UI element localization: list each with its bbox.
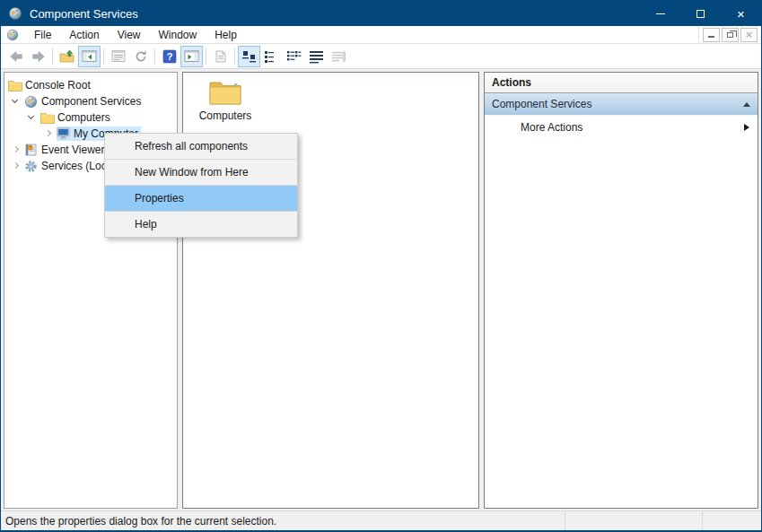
large-icons-icon [241, 49, 257, 64]
chevron-down-icon[interactable] [8, 93, 24, 109]
submenu-arrow-icon [744, 124, 749, 131]
small-icons-icon [264, 49, 279, 64]
list-icon [286, 49, 302, 64]
more-actions-item[interactable]: More Actions [485, 116, 758, 139]
restore-icon [727, 32, 733, 38]
forward-button[interactable] [27, 46, 49, 67]
status-bar-section [565, 511, 702, 530]
mdi-minimize-button[interactable] [703, 28, 720, 42]
up-one-level-button[interactable] [56, 46, 78, 67]
help-icon: ? [162, 49, 177, 64]
actions-pane-title: Actions [485, 73, 758, 93]
actions-pane: Actions Component Services More Actions [484, 72, 758, 509]
tree-item-console-root[interactable]: Console Root [4, 77, 177, 93]
gear-icon [24, 160, 40, 173]
close-icon: × [737, 7, 745, 21]
minimize-icon [656, 13, 665, 14]
list-item-label: Computers [199, 109, 252, 122]
status-bar-section [702, 511, 761, 530]
tree-item-label: Console Root [24, 78, 93, 92]
computer-icon [57, 127, 73, 140]
list-item-computers[interactable]: Computers [194, 80, 257, 122]
mdi-restore-button[interactable] [722, 28, 739, 42]
toolbar-separator [154, 48, 155, 65]
view-customize-button[interactable] [328, 46, 350, 67]
folder-icon [209, 80, 241, 106]
tree-item-label: Component Services [40, 94, 144, 109]
toolbar-separator [52, 48, 53, 65]
status-text: Opens the properties dialog box for the … [1, 515, 565, 528]
tree-item-label: Computers [57, 110, 113, 125]
actions-group-label: Component Services [492, 98, 591, 110]
menu-bar: File Action View Window Help × [1, 26, 761, 44]
tree-item-computers[interactable]: Computers [4, 109, 177, 126]
console-tree-icon [82, 49, 97, 63]
customize-icon [331, 49, 346, 64]
action-pane-icon [184, 49, 199, 63]
back-icon [8, 49, 24, 64]
help-button[interactable]: ? [158, 46, 180, 67]
up-folder-icon [59, 49, 74, 64]
maximize-icon [696, 10, 705, 18]
back-button[interactable] [4, 46, 27, 67]
chevron-right-icon[interactable] [8, 142, 24, 158]
show-console-tree-button[interactable] [78, 46, 101, 67]
refresh-button[interactable] [129, 46, 152, 67]
svg-text:?: ? [166, 51, 172, 62]
menu-file[interactable]: File [25, 26, 60, 44]
window-title: Component Services [30, 7, 138, 21]
export-list-button[interactable] [209, 46, 232, 67]
properties-button[interactable] [107, 46, 129, 67]
event-log-icon: ! [24, 144, 40, 156]
mdi-window-controls: × [698, 26, 761, 44]
context-menu-item-refresh-all-components[interactable]: Refresh all components [105, 134, 297, 159]
minimize-icon [708, 36, 714, 38]
context-menu-item-new-window-from-here[interactable]: New Window from Here [105, 160, 297, 185]
menu-help[interactable]: Help [206, 26, 246, 44]
view-list-button[interactable] [283, 46, 305, 67]
folder-icon [8, 80, 24, 92]
minimize-button[interactable] [640, 1, 680, 26]
tree-item-label: Services (Loc [40, 159, 109, 173]
context-menu-item-help[interactable]: Help [105, 212, 297, 237]
show-action-pane-button[interactable] [180, 46, 203, 67]
toolbar-separator [234, 48, 235, 65]
context-menu-item-properties[interactable]: Properties [105, 186, 297, 211]
close-button[interactable]: × [721, 1, 761, 26]
mdi-close-button[interactable]: × [740, 28, 758, 42]
close-icon: × [746, 29, 753, 40]
view-small-icons-button[interactable] [260, 46, 283, 67]
com-sphere-icon [6, 29, 19, 41]
actions-group-component-services[interactable]: Component Services [485, 93, 758, 116]
title-bar[interactable]: Component Services × [1, 1, 761, 26]
context-menu: Refresh all components New Window from H… [104, 133, 298, 238]
tree-item-component-services[interactable]: Component Services [4, 93, 177, 109]
chevron-right-icon[interactable] [40, 126, 57, 142]
tree-item-label: Event Viewer [40, 143, 107, 157]
more-actions-label: More Actions [521, 121, 582, 134]
chevron-down-icon[interactable] [24, 109, 40, 126]
properties-icon [111, 49, 126, 63]
com-sphere-icon [24, 95, 40, 109]
component-services-window: Component Services × File Action View Wi… [0, 0, 762, 532]
menu-action[interactable]: Action [60, 26, 108, 44]
menu-window[interactable]: Window [150, 26, 206, 44]
status-bar: Opens the properties dialog box for the … [1, 510, 761, 530]
toolbar: ? [1, 44, 761, 69]
export-list-icon [214, 49, 228, 64]
refresh-icon [134, 49, 148, 64]
folder-icon [40, 112, 57, 124]
view-details-button[interactable] [305, 46, 328, 67]
toolbar-separator [206, 48, 206, 65]
details-icon [309, 49, 324, 64]
chevron-right-icon[interactable] [8, 158, 24, 174]
maximize-button[interactable] [680, 1, 721, 26]
toolbar-separator [103, 48, 104, 65]
menu-view[interactable]: View [109, 26, 150, 44]
view-large-icons-button[interactable] [238, 46, 260, 67]
forward-icon [31, 49, 47, 64]
collapse-group-icon[interactable] [743, 102, 750, 107]
com-sphere-icon [8, 6, 22, 21]
